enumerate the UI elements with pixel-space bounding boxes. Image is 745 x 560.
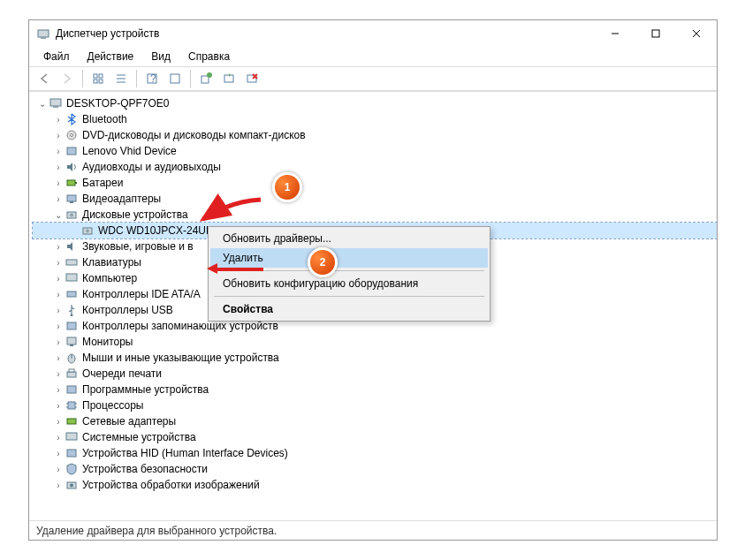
expand-icon[interactable]: ›	[52, 145, 65, 157]
tree-node-print-queue[interactable]: ›Очереди печати	[33, 366, 717, 382]
tree-node-dvd[interactable]: ›DVD-дисководы и дисководы компакт-диско…	[33, 127, 717, 143]
back-button[interactable]	[34, 69, 54, 88]
expand-icon[interactable]: ›	[52, 304, 65, 316]
expand-icon[interactable]: ›	[52, 177, 65, 189]
svg-rect-41	[67, 337, 76, 344]
expand-icon[interactable]: ›	[52, 431, 65, 443]
tree-label: Мыши и иные указывающие устройства	[82, 352, 279, 364]
forward-button[interactable]	[57, 69, 77, 88]
tree-label: Звуковые, игровые и в	[82, 240, 194, 253]
tree-root-node[interactable]: ⌄ DESKTOP-QPF7OE0	[33, 95, 717, 111]
tree-label: Видеоадаптеры	[82, 193, 161, 205]
tree-node-video[interactable]: ›Видеоадаптеры	[33, 191, 717, 207]
svg-text:?: ?	[150, 72, 156, 85]
toolbar-separator	[136, 70, 137, 87]
expand-icon[interactable]: ›	[52, 383, 65, 396]
tool-view-grid[interactable]	[88, 69, 108, 88]
audio-icon	[65, 160, 79, 174]
svg-rect-27	[67, 180, 75, 185]
ctx-update-drivers[interactable]: Обновить драйверы...	[210, 229, 488, 248]
ide-controller-icon	[65, 287, 79, 301]
svg-rect-8	[94, 79, 97, 83]
statusbar-text: Удаление драйвера для выбранного устройс…	[36, 525, 277, 537]
tree-node-cpu[interactable]: ›Процессоры	[33, 397, 717, 413]
security-device-icon	[65, 462, 79, 476]
svg-point-39	[71, 314, 73, 317]
maximize-button[interactable]	[635, 20, 676, 47]
cpu-icon	[65, 398, 79, 412]
expand-icon[interactable]: ›	[52, 367, 65, 380]
expand-icon[interactable]: ›	[52, 479, 65, 491]
menu-view[interactable]: Вид	[142, 49, 179, 64]
tree-node-hid[interactable]: ›Устройства HID (Human Interface Devices…	[33, 445, 717, 461]
tool-scan[interactable]	[219, 69, 239, 88]
expand-icon[interactable]: ›	[52, 447, 65, 459]
tree-node-lenovo[interactable]: ›Lenovo Vhid Device	[33, 143, 717, 159]
expand-icon[interactable]: ›	[52, 272, 65, 284]
tree-node-net[interactable]: ›Сетевые адаптеры	[33, 413, 717, 429]
tree-node-battery[interactable]: ›Батареи	[33, 175, 717, 191]
expand-icon[interactable]: ›	[52, 336, 65, 348]
expand-icon[interactable]: ›	[52, 256, 65, 269]
expand-icon[interactable]: ›	[52, 240, 65, 253]
minimize-button[interactable]	[595, 20, 635, 47]
tree-node-system-devices[interactable]: ›Системные устройства	[33, 429, 717, 445]
tree-node-bluetooth[interactable]: ›Bluetooth	[33, 111, 717, 127]
expand-icon[interactable]: ›	[52, 463, 65, 475]
ctx-scan-hardware[interactable]: Обновить конфигурацию оборудования	[210, 274, 488, 293]
tree-label: Дисковые устройства	[82, 208, 188, 221]
tree-label: Мониторы	[82, 336, 133, 348]
tree-label: Контроллеры запоминающих устройств	[82, 320, 278, 332]
expand-icon[interactable]: ›	[52, 415, 65, 428]
expand-icon[interactable]: ›	[52, 399, 65, 412]
collapse-icon[interactable]: ⌄	[52, 208, 65, 221]
tree-node-mouse[interactable]: ›Мыши и иные указывающие устройства	[33, 350, 717, 366]
close-button[interactable]	[676, 20, 717, 47]
svg-point-17	[207, 72, 212, 78]
svg-point-25	[71, 134, 73, 137]
disk-drive-icon	[80, 223, 95, 238]
expand-icon[interactable]: ›	[52, 161, 65, 173]
device-tree[interactable]: ⌄ DESKTOP-QPF7OE0 ›Bluetooth ›DVD-дисков…	[29, 91, 717, 520]
tool-refresh[interactable]	[196, 69, 216, 88]
titlebar: Диспетчер устройств	[29, 20, 717, 47]
tree-label: Аудиовходы и аудиовыходы	[82, 161, 221, 173]
context-menu: Обновить драйверы... Удалить Обновить ко…	[208, 226, 490, 322]
tree-node-disk[interactable]: ⌄Дисковые устройства	[33, 207, 717, 223]
tree-node-monitors[interactable]: ›Мониторы	[33, 334, 717, 350]
tool-remove[interactable]	[242, 69, 262, 88]
toolbar-separator	[190, 70, 191, 87]
ctx-properties[interactable]: Свойства	[210, 299, 488, 319]
device-icon	[65, 144, 79, 158]
svg-point-32	[70, 214, 73, 217]
menu-action[interactable]: Действие	[79, 49, 143, 64]
print-queue-icon	[65, 367, 79, 381]
expand-icon[interactable]: ›	[52, 352, 65, 364]
device-manager-window: Диспетчер устройств Файл Действие Вид Сп…	[28, 19, 718, 541]
expand-icon[interactable]: ›	[52, 129, 65, 141]
svg-rect-53	[67, 419, 76, 424]
tree-node-audio[interactable]: ›Аудиовходы и аудиовыходы	[33, 159, 717, 175]
tool-help[interactable]: ?	[142, 69, 162, 88]
bluetooth-icon	[65, 112, 79, 126]
expand-icon[interactable]: ›	[52, 113, 65, 125]
svg-rect-38	[67, 291, 76, 297]
dvd-icon	[65, 128, 79, 142]
tool-props[interactable]	[165, 69, 185, 88]
collapse-icon[interactable]: ⌄	[36, 97, 49, 110]
ctx-remove[interactable]: Удалить	[210, 248, 488, 268]
tree-node-software-devices[interactable]: ›Программные устройства	[33, 382, 717, 397]
annotation-underline	[216, 268, 263, 271]
expand-icon[interactable]: ›	[52, 193, 65, 205]
monitor-icon	[65, 335, 79, 349]
tree-label: Системные устройства	[82, 431, 196, 443]
tool-view-list[interactable]	[111, 69, 131, 88]
expand-icon[interactable]: ›	[52, 320, 65, 332]
tree-node-security[interactable]: ›Устройства безопасности	[33, 461, 717, 477]
menu-help[interactable]: Справка	[179, 49, 239, 64]
menu-file[interactable]: Файл	[34, 49, 79, 64]
tree-label: Контроллеры USB	[82, 304, 173, 316]
tree-node-imaging[interactable]: ›Устройства обработки изображений	[33, 477, 717, 493]
expand-icon[interactable]: ›	[52, 288, 65, 300]
svg-rect-35	[66, 260, 77, 265]
